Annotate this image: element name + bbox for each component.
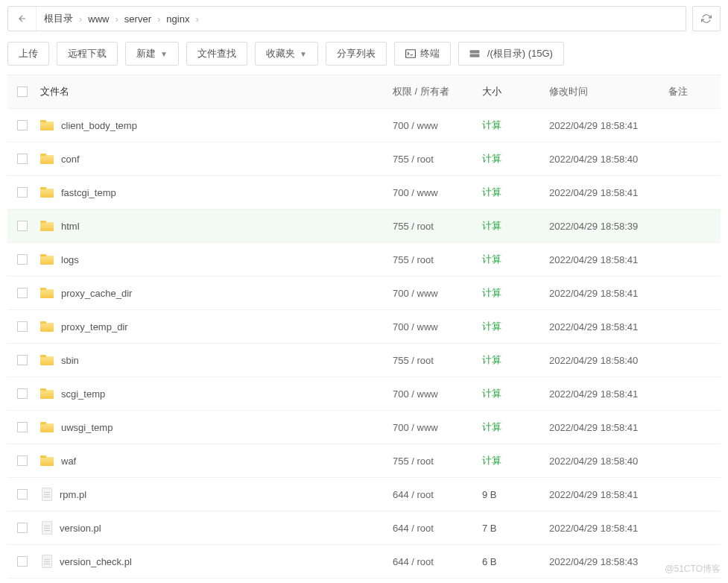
file-size: 7 B [482, 523, 497, 534]
row-checkbox[interactable] [17, 355, 28, 365]
breadcrumb-item[interactable]: nginx [166, 13, 189, 25]
file-name: fastcgi_temp [61, 187, 116, 198]
back-button[interactable] [8, 7, 37, 31]
table-row[interactable]: client_body_temp700 / www计算2022/04/29 18… [7, 109, 721, 142]
row-checkbox[interactable] [17, 556, 28, 567]
breadcrumb-item[interactable]: server [124, 13, 151, 25]
folder-icon [40, 187, 54, 198]
file-size[interactable]: 计算 [482, 253, 501, 265]
file-mtime: 2022/04/29 18:58:39 [549, 221, 668, 232]
svg-rect-2 [469, 54, 479, 57]
row-checkbox[interactable] [17, 221, 28, 231]
folder-icon [40, 456, 54, 466]
file-size[interactable]: 计算 [482, 321, 501, 332]
disk-label: /(根目录) (15G) [487, 47, 553, 60]
file-size[interactable]: 计算 [482, 287, 501, 298]
row-checkbox[interactable] [17, 187, 28, 198]
table-row[interactable]: conf755 / root计算2022/04/29 18:58:40 [7, 142, 721, 176]
remote-download-button[interactable]: 远程下载 [57, 42, 118, 66]
table-row[interactable]: fastcgi_temp700 / www计算2022/04/29 18:58:… [7, 176, 721, 209]
file-icon [42, 555, 52, 568]
file-name: client_body_temp [61, 120, 137, 131]
file-size[interactable]: 计算 [482, 388, 501, 399]
file-perm: 644 / root [393, 556, 482, 567]
arrow-left-icon [17, 13, 28, 24]
file-name: conf [61, 154, 80, 165]
toolbar: 上传 远程下载 新建▼ 文件查找 收藏夹▼ 分享列表 终端 /(根目录) (15… [0, 37, 728, 75]
header-mtime[interactable]: 修改时间 [549, 85, 668, 98]
file-size[interactable]: 计算 [482, 153, 501, 164]
disk-button[interactable]: /(根目录) (15G) [458, 42, 564, 66]
table-row[interactable]: sbin755 / root计算2022/04/29 18:58:40 [7, 344, 721, 377]
file-name: version_check.pl [60, 556, 132, 567]
file-size[interactable]: 计算 [482, 354, 501, 365]
table-row[interactable]: version.pl644 / root7 B2022/04/29 18:58:… [7, 511, 721, 545]
share-list-button[interactable]: 分享列表 [326, 42, 387, 66]
folder-icon [40, 120, 54, 130]
row-checkbox[interactable] [17, 489, 28, 500]
folder-icon [40, 288, 54, 298]
upload-button[interactable]: 上传 [7, 42, 49, 66]
file-mtime: 2022/04/29 18:58:41 [549, 523, 668, 534]
row-checkbox[interactable] [17, 456, 28, 466]
file-name: logs [61, 254, 79, 265]
chevron-down-icon: ▼ [160, 50, 168, 58]
table-row[interactable]: waf755 / root计算2022/04/29 18:58:40 [7, 444, 721, 478]
table-row[interactable]: uwsgi_temp700 / www计算2022/04/29 18:58:41 [7, 411, 721, 444]
table-row[interactable]: proxy_cache_dir700 / www计算2022/04/29 18:… [7, 277, 721, 310]
file-size: 9 B [482, 489, 497, 500]
table-row[interactable]: rpm.pl644 / root9 B2022/04/29 18:58:41 [7, 478, 721, 511]
file-perm: 700 / www [393, 187, 482, 198]
file-size[interactable]: 计算 [482, 119, 501, 130]
file-icon [42, 521, 52, 535]
row-checkbox[interactable] [17, 321, 28, 332]
new-button[interactable]: 新建▼ [125, 42, 179, 66]
header-size[interactable]: 大小 [482, 85, 549, 98]
terminal-icon [405, 49, 416, 58]
breadcrumb-item[interactable]: 根目录 [44, 12, 73, 25]
header-perm[interactable]: 权限 / 所有者 [393, 85, 482, 98]
table-row[interactable]: version_check.pl644 / root6 B2022/04/29 … [7, 545, 721, 579]
file-mtime: 2022/04/29 18:58:40 [549, 456, 668, 467]
file-size[interactable]: 计算 [482, 421, 501, 432]
file-name: uwsgi_temp [61, 422, 113, 433]
file-size[interactable]: 计算 [482, 220, 501, 231]
new-label: 新建 [136, 47, 156, 60]
file-perm: 700 / www [393, 388, 482, 400]
table-row[interactable]: scgi_temp700 / www计算2022/04/29 18:58:41 [7, 377, 721, 411]
table-row[interactable]: logs755 / root计算2022/04/29 18:58:41 [7, 243, 721, 277]
file-size[interactable]: 计算 [482, 455, 501, 466]
file-perm: 700 / www [393, 321, 482, 333]
file-mtime: 2022/04/29 18:58:40 [549, 355, 668, 366]
favorites-button[interactable]: 收藏夹▼ [255, 42, 318, 66]
row-checkbox[interactable] [17, 154, 28, 164]
table-row[interactable]: html755 / root计算2022/04/29 18:58:39 [7, 209, 721, 243]
file-size[interactable]: 计算 [482, 186, 501, 198]
row-checkbox[interactable] [17, 422, 28, 432]
row-checkbox[interactable] [17, 388, 28, 399]
header-name[interactable]: 文件名 [37, 85, 393, 98]
breadcrumb-item[interactable]: www [88, 13, 109, 25]
chevron-right-icon: › [73, 13, 88, 25]
favorites-label: 收藏夹 [266, 47, 295, 60]
select-all-checkbox[interactable] [17, 86, 28, 97]
file-icon [42, 488, 52, 501]
folder-icon [40, 422, 54, 432]
folder-icon [40, 355, 54, 365]
file-mtime: 2022/04/29 18:58:41 [549, 489, 668, 500]
terminal-button[interactable]: 终端 [394, 42, 451, 66]
file-mtime: 2022/04/29 18:58:41 [549, 288, 668, 299]
file-perm: 700 / www [393, 422, 482, 433]
table-row[interactable]: proxy_temp_dir700 / www计算2022/04/29 18:5… [7, 310, 721, 344]
chevron-right-icon: › [151, 13, 166, 25]
row-checkbox[interactable] [17, 288, 28, 298]
folder-icon [40, 321, 54, 332]
header-note[interactable]: 备注 [668, 85, 721, 98]
row-checkbox[interactable] [17, 120, 28, 130]
folder-icon [40, 254, 54, 265]
refresh-button[interactable] [692, 6, 721, 31]
file-search-button[interactable]: 文件查找 [186, 42, 247, 66]
row-checkbox[interactable] [17, 523, 28, 533]
breadcrumb-bar: 根目录›www›server›nginx› [7, 6, 686, 31]
row-checkbox[interactable] [17, 254, 28, 265]
